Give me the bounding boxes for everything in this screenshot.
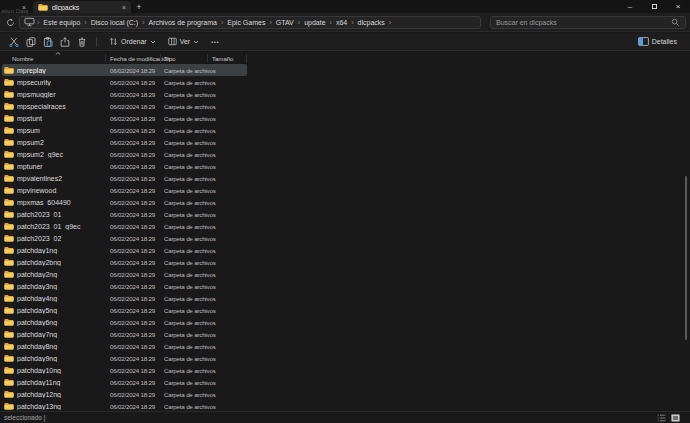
file-name: patchday9ng bbox=[17, 355, 57, 362]
breadcrumb-item[interactable]: Archivos de programa bbox=[146, 19, 218, 26]
new-tab-button[interactable]: + bbox=[131, 1, 147, 13]
file-row[interactable]: mptuner 06/02/2024 18:29 Carpeta de arch… bbox=[2, 160, 247, 172]
file-row[interactable]: mpsum2 06/02/2024 18:29 Carpeta de archi… bbox=[2, 136, 247, 148]
file-type: Carpeta de archivos bbox=[161, 67, 208, 74]
file-type: Carpeta de archivos bbox=[161, 283, 208, 290]
share-button[interactable] bbox=[56, 35, 73, 49]
view-label: Ver bbox=[180, 38, 191, 45]
file-row[interactable]: patchday1ng 06/02/2024 18:29 Carpeta de … bbox=[2, 244, 247, 256]
search-box[interactable] bbox=[490, 16, 686, 29]
file-modified: 06/02/2024 18:29 bbox=[106, 127, 161, 134]
refresh-button[interactable] bbox=[4, 16, 16, 28]
file-type: Carpeta de archivos bbox=[161, 79, 208, 86]
folder-icon bbox=[4, 174, 14, 182]
breadcrumb-item[interactable]: x64 bbox=[334, 19, 349, 26]
partial-tab[interactable]: × bbox=[0, 1, 30, 13]
maximize-icon bbox=[652, 4, 657, 9]
file-row[interactable]: patchday11ng 06/02/2024 18:29 Carpeta de… bbox=[2, 376, 247, 388]
close-window-button[interactable]: × bbox=[666, 0, 690, 13]
breadcrumb-item[interactable]: Este equipo bbox=[41, 19, 82, 26]
file-row[interactable]: patchday7ng 06/02/2024 18:29 Carpeta de … bbox=[2, 328, 247, 340]
file-name: patchday7ng bbox=[17, 331, 57, 338]
breadcrumb-item[interactable]: GTAV bbox=[274, 19, 296, 26]
file-modified: 06/02/2024 18:29 bbox=[106, 259, 161, 266]
file-modified: 06/02/2024 18:29 bbox=[106, 283, 161, 290]
file-type: Carpeta de archivos bbox=[161, 391, 208, 398]
file-row[interactable]: patchday5ng 06/02/2024 18:29 Carpeta de … bbox=[2, 304, 247, 316]
column-header-type[interactable]: Tipo bbox=[161, 55, 208, 62]
column-header-name[interactable]: Nombre bbox=[2, 55, 106, 62]
file-type: Carpeta de archivos bbox=[161, 247, 208, 254]
navigation-bar: › Este equipo › Disco local (C:) › Archi… bbox=[0, 13, 690, 32]
file-row[interactable]: mpxmas_604490 06/02/2024 18:29 Carpeta d… bbox=[2, 196, 247, 208]
details-pane-button[interactable]: Detalles bbox=[633, 35, 682, 49]
address-bar[interactable]: › Este equipo › Disco local (C:) › Archi… bbox=[19, 16, 481, 29]
folder-icon bbox=[4, 102, 14, 110]
paste-button[interactable] bbox=[39, 35, 56, 49]
file-row[interactable]: mpvinewood 06/02/2024 18:29 Carpeta de a… bbox=[2, 184, 247, 196]
vertical-scrollbar[interactable] bbox=[685, 176, 687, 340]
file-row[interactable]: patch2023_02 06/02/2024 18:29 Carpeta de… bbox=[2, 232, 247, 244]
file-modified: 06/02/2024 18:29 bbox=[106, 355, 161, 362]
breadcrumb-item[interactable]: dlcpacks bbox=[356, 19, 387, 26]
delete-button[interactable] bbox=[73, 35, 90, 49]
search-input[interactable] bbox=[496, 19, 671, 26]
breadcrumb-item[interactable]: Epic Games bbox=[225, 19, 267, 26]
tab-dlcpacks[interactable]: dlcpacks × bbox=[33, 1, 131, 13]
this-pc-icon bbox=[24, 17, 35, 27]
file-row[interactable]: patchday9ng 06/02/2024 18:29 Carpeta de … bbox=[2, 352, 247, 364]
close-tab-icon[interactable]: × bbox=[122, 4, 126, 11]
sort-button[interactable]: Ordenar bbox=[103, 35, 162, 49]
folder-icon bbox=[4, 210, 14, 218]
folder-icon bbox=[4, 354, 14, 362]
maximize-button[interactable] bbox=[642, 0, 666, 13]
breadcrumb-item[interactable]: update bbox=[302, 19, 327, 26]
view-button[interactable]: Ver bbox=[162, 35, 206, 49]
file-row[interactable]: mpreplay 06/02/2024 18:29 Carpeta de arc… bbox=[2, 64, 247, 76]
column-headers: Nombre Fecha de modificación Tipo Tamaño bbox=[2, 51, 247, 64]
file-row[interactable]: patchday6ng 06/02/2024 18:29 Carpeta de … bbox=[2, 316, 247, 328]
file-row[interactable]: mpsum 06/02/2024 18:29 Carpeta de archiv… bbox=[2, 124, 247, 136]
file-row[interactable]: mpsmuggler 06/02/2024 18:29 Carpeta de a… bbox=[2, 88, 247, 100]
file-name: mpsmuggler bbox=[17, 91, 56, 98]
file-modified: 06/02/2024 18:29 bbox=[106, 331, 161, 338]
file-modified: 06/02/2024 18:29 bbox=[106, 91, 161, 98]
file-modified: 06/02/2024 18:29 bbox=[106, 151, 161, 158]
column-header-modified[interactable]: Fecha de modificación bbox=[106, 55, 161, 62]
column-header-size[interactable]: Tamaño bbox=[208, 55, 247, 62]
file-row[interactable]: mpvalentines2 06/02/2024 18:29 Carpeta d… bbox=[2, 172, 247, 184]
file-row[interactable]: patchday2bng 06/02/2024 18:29 Carpeta de… bbox=[2, 256, 247, 268]
minimize-button[interactable]: – bbox=[618, 0, 642, 13]
file-row[interactable]: patchday3ng 06/02/2024 18:29 Carpeta de … bbox=[2, 280, 247, 292]
folder-icon bbox=[4, 162, 14, 170]
file-row[interactable]: patchday4ng 06/02/2024 18:29 Carpeta de … bbox=[2, 292, 247, 304]
file-row[interactable]: patchday2ng 06/02/2024 18:29 Carpeta de … bbox=[2, 268, 247, 280]
more-options-button[interactable]: ••• bbox=[205, 39, 225, 45]
breadcrumb: › Este equipo › Disco local (C:) › Archi… bbox=[35, 19, 393, 26]
folder-icon bbox=[4, 222, 14, 230]
file-type: Carpeta de archivos bbox=[161, 139, 208, 146]
file-name: patchday5ng bbox=[17, 307, 57, 314]
file-modified: 06/02/2024 18:29 bbox=[106, 295, 161, 302]
file-type: Carpeta de archivos bbox=[161, 367, 208, 374]
file-row[interactable]: mpsecurity 06/02/2024 18:29 Carpeta de a… bbox=[2, 76, 247, 88]
file-type: Carpeta de archivos bbox=[161, 235, 208, 242]
chevron-down-icon bbox=[150, 40, 156, 44]
file-row[interactable]: patchday8ng 06/02/2024 18:29 Carpeta de … bbox=[2, 340, 247, 352]
details-view-toggle[interactable] bbox=[657, 414, 666, 422]
close-tab-icon[interactable]: × bbox=[22, 4, 26, 11]
copy-button[interactable] bbox=[22, 35, 39, 49]
file-type: Carpeta de archivos bbox=[161, 307, 208, 314]
file-row[interactable]: patchday12ng 06/02/2024 18:29 Carpeta de… bbox=[2, 388, 247, 400]
file-row[interactable]: patchday10ng 06/02/2024 18:29 Carpeta de… bbox=[2, 364, 247, 376]
file-row[interactable]: mpspecialraces 06/02/2024 18:29 Carpeta … bbox=[2, 100, 247, 112]
file-row[interactable]: patch2023_01_g9ec 06/02/2024 18:29 Carpe… bbox=[2, 220, 247, 232]
cut-button[interactable] bbox=[5, 35, 22, 49]
file-row[interactable]: mpstunt 06/02/2024 18:29 Carpeta de arch… bbox=[2, 112, 247, 124]
thumbnails-view-toggle[interactable] bbox=[671, 414, 680, 422]
file-row[interactable]: mpsum2_g9ec 06/02/2024 18:29 Carpeta de … bbox=[2, 148, 247, 160]
folder-icon bbox=[4, 318, 14, 326]
file-name: mpreplay bbox=[17, 67, 46, 74]
file-row[interactable]: patch2023_01 06/02/2024 18:29 Carpeta de… bbox=[2, 208, 247, 220]
breadcrumb-item[interactable]: Disco local (C:) bbox=[89, 19, 140, 26]
